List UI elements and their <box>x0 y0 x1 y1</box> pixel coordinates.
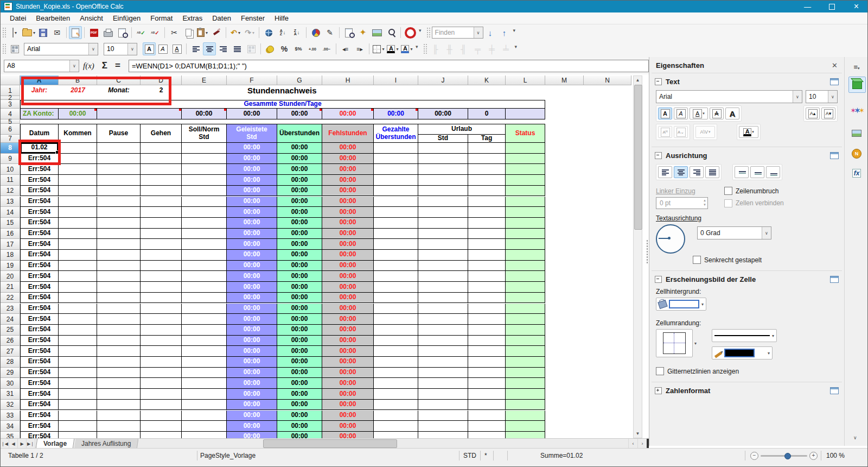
cell-H6[interactable]: Fehlstunden <box>322 124 374 143</box>
row-header-15[interactable]: 15 <box>1 218 20 229</box>
cell-K16[interactable] <box>468 229 506 239</box>
cell-C10[interactable] <box>97 164 141 175</box>
cell-H28[interactable]: 00:00 <box>322 357 374 368</box>
cell-B14[interactable] <box>59 207 97 218</box>
cell-J30[interactable] <box>418 378 468 389</box>
cell-L32[interactable] <box>506 400 545 411</box>
cell-B6[interactable]: Kommen <box>59 124 97 143</box>
redo-icon[interactable]: ↷▾ <box>242 26 257 39</box>
cell-G32[interactable]: 00:00 <box>277 400 322 411</box>
cell-K10[interactable] <box>468 164 506 175</box>
cell-D17[interactable] <box>141 239 182 250</box>
cell-C29[interactable] <box>97 368 141 378</box>
cell-J16[interactable] <box>418 229 468 239</box>
menu-hilfe[interactable]: Hilfe <box>270 13 293 23</box>
cell-I25[interactable] <box>374 325 418 336</box>
cell-D20[interactable] <box>141 271 182 282</box>
row-header-18[interactable]: 18 <box>1 250 20 261</box>
row-header-25[interactable]: 25 <box>1 325 20 336</box>
align-right-icon[interactable] <box>216 42 230 55</box>
border-line-style-dropdown[interactable]: ▾ <box>712 329 777 342</box>
cell-K18[interactable] <box>468 250 506 261</box>
cell-F26[interactable]: 00:00 <box>227 336 277 346</box>
cell-D24[interactable] <box>141 314 182 325</box>
column-header-n[interactable]: N <box>584 75 631 85</box>
cell-L29[interactable] <box>506 368 545 378</box>
cell-D10[interactable] <box>141 164 182 175</box>
open-document-icon[interactable]: ▾ <box>22 26 36 39</box>
cell-H29[interactable]: 00:00 <box>322 368 374 378</box>
cell-F21[interactable]: 00:00 <box>227 282 277 293</box>
row-header-24[interactable]: 24 <box>1 314 20 325</box>
cell-E34[interactable] <box>182 421 227 432</box>
first-sheet-icon[interactable]: ❘◀ <box>1 439 9 449</box>
cell-I10[interactable] <box>374 164 418 175</box>
cell-background-dropdown[interactable]: ▾ <box>656 298 706 311</box>
font-size-combo[interactable]: 10 ∨ <box>806 90 838 103</box>
styles-tab[interactable]: ✶✶✶ <box>848 103 865 118</box>
cell-H21[interactable]: 00:00 <box>322 282 374 293</box>
cell-I17[interactable] <box>374 239 418 250</box>
chevron-down-icon[interactable]: ∨ <box>127 43 137 55</box>
cell-A6[interactable]: Datum <box>20 124 59 143</box>
cell-C6[interactable]: Pause <box>97 124 141 143</box>
new-document-icon[interactable]: ▾ <box>8 26 22 39</box>
cell-A22[interactable]: Err:504 <box>20 293 59 304</box>
cell-D25[interactable] <box>141 325 182 336</box>
cell-C18[interactable] <box>97 250 141 261</box>
cell-E27[interactable] <box>182 346 227 357</box>
font-color-icon[interactable]: A▾ <box>386 42 400 55</box>
gallery-icon[interactable] <box>370 26 384 39</box>
align-justify-icon[interactable] <box>230 42 244 55</box>
cell-K9[interactable] <box>468 154 506 165</box>
cell-I22[interactable] <box>374 293 418 304</box>
italic-button[interactable]: A <box>674 108 688 119</box>
cell-A35[interactable]: Err:504 <box>20 432 59 438</box>
cell-G33[interactable]: 00:00 <box>277 411 322 421</box>
column-header-c[interactable]: C <box>97 75 141 85</box>
cell-G14[interactable]: 00:00 <box>277 207 322 218</box>
cell-D14[interactable] <box>141 207 182 218</box>
cell-F28[interactable]: 00:00 <box>227 357 277 368</box>
cell-H26[interactable]: 00:00 <box>322 336 374 346</box>
insert-chart-icon[interactable] <box>309 26 323 39</box>
cut-icon[interactable]: ✂ <box>167 26 181 39</box>
toolbar-overflow-icon[interactable]: ▾ <box>419 28 422 33</box>
cell-C20[interactable] <box>97 271 141 282</box>
cell-J14[interactable] <box>418 207 468 218</box>
sidebar-toggle-icon[interactable] <box>8 42 22 55</box>
menu-datei[interactable]: Datei <box>5 13 31 23</box>
cell-G23[interactable]: 00:00 <box>277 304 322 314</box>
cell-L26[interactable] <box>506 336 545 346</box>
vertical-scrollbar-thumb[interactable] <box>634 85 642 230</box>
cell-G10[interactable]: 00:00 <box>277 164 322 175</box>
toolbar-overflow-icon[interactable]: ▾ <box>416 44 418 49</box>
cell-I20[interactable] <box>374 271 418 282</box>
cell-K21[interactable] <box>468 282 506 293</box>
cell-K31[interactable] <box>468 389 506 400</box>
cell-H11[interactable]: 00:00 <box>322 175 374 186</box>
cell-G8[interactable]: 00:00 <box>277 143 322 154</box>
cell-K28[interactable] <box>468 357 506 368</box>
underline-icon[interactable]: A <box>170 42 184 55</box>
cell-G9[interactable]: 00:00 <box>277 154 322 165</box>
cell-G24[interactable]: 00:00 <box>277 314 322 325</box>
decrease-font-button[interactable]: A▾ <box>821 108 835 119</box>
wrap-text-label[interactable]: Zeilenumbruch <box>736 187 778 195</box>
cell-A33[interactable]: Err:504 <box>20 411 59 421</box>
row-header-23[interactable]: 23 <box>1 304 20 314</box>
cell-I33[interactable] <box>374 411 418 421</box>
cell-H32[interactable]: 00:00 <box>322 400 374 411</box>
row-header-10[interactable]: 10 <box>1 164 20 175</box>
formula-input[interactable]: =WENN(D1> 0;DATUM(B1;D1;1);" ") <box>129 60 649 72</box>
column-header-f[interactable]: F <box>227 75 277 85</box>
cell-D15[interactable] <box>141 218 182 229</box>
cell-J4[interactable]: 00:00 <box>418 109 468 119</box>
help-icon[interactable] <box>403 26 417 39</box>
row-header-6[interactable]: 6 <box>1 124 20 135</box>
row-header-20[interactable]: 20 <box>1 271 20 282</box>
cell-K25[interactable] <box>468 325 506 336</box>
cell-H30[interactable]: 00:00 <box>322 378 374 389</box>
cell-C16[interactable] <box>97 229 141 239</box>
menu-daten[interactable]: Daten <box>207 13 236 23</box>
